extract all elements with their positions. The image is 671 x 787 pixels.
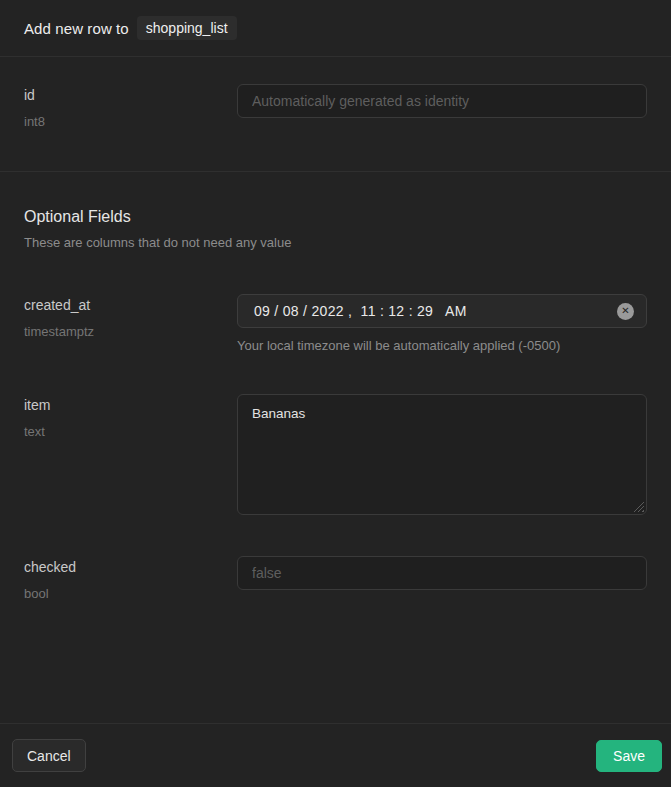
optional-fields-section: Optional Fields These are columns that d… xyxy=(0,172,671,601)
field-row-item: item text Bananas xyxy=(24,394,647,515)
drawer-footer: Cancel Save xyxy=(0,723,671,787)
save-button[interactable]: Save xyxy=(596,740,662,772)
field-name-checked: checked xyxy=(24,559,237,575)
optional-fields-subheading: These are columns that do not need any v… xyxy=(24,235,647,250)
drawer-title: Add new row to xyxy=(24,20,129,37)
field-type-item: text xyxy=(24,424,237,439)
optional-fields-heading: Optional Fields xyxy=(24,208,647,226)
field-row-checked: checked bool xyxy=(24,556,647,601)
drawer-header: Add new row to shopping_list xyxy=(0,0,671,57)
field-name-created-at: created_at xyxy=(24,297,237,313)
required-fields-section: id int8 xyxy=(0,57,671,172)
created-at-value[interactable]: 09 / 08 / 2022 , 11 : 12 : 29 AM xyxy=(254,303,617,319)
id-input[interactable] xyxy=(237,84,647,118)
field-type-created-at: timestamptz xyxy=(24,324,237,339)
add-row-drawer: Add new row to shopping_list id int8 Opt… xyxy=(0,0,671,787)
field-row-id: id int8 xyxy=(24,84,647,129)
timezone-helper-text: Your local timezone will be automaticall… xyxy=(237,338,647,353)
field-type-checked: bool xyxy=(24,586,237,601)
cancel-button[interactable]: Cancel xyxy=(12,739,86,772)
checked-input[interactable] xyxy=(237,556,647,590)
item-textarea[interactable]: Bananas xyxy=(237,394,647,515)
clear-datetime-icon[interactable]: ✕ xyxy=(617,303,634,320)
table-name-badge: shopping_list xyxy=(137,16,237,41)
created-at-datetime-input[interactable]: 09 / 08 / 2022 , 11 : 12 : 29 AM ✕ xyxy=(237,294,647,328)
field-name-id: id xyxy=(24,87,237,103)
field-name-item: item xyxy=(24,397,237,413)
field-row-created-at: created_at timestamptz 09 / 08 / 2022 , … xyxy=(24,294,647,353)
field-type-id: int8 xyxy=(24,114,237,129)
